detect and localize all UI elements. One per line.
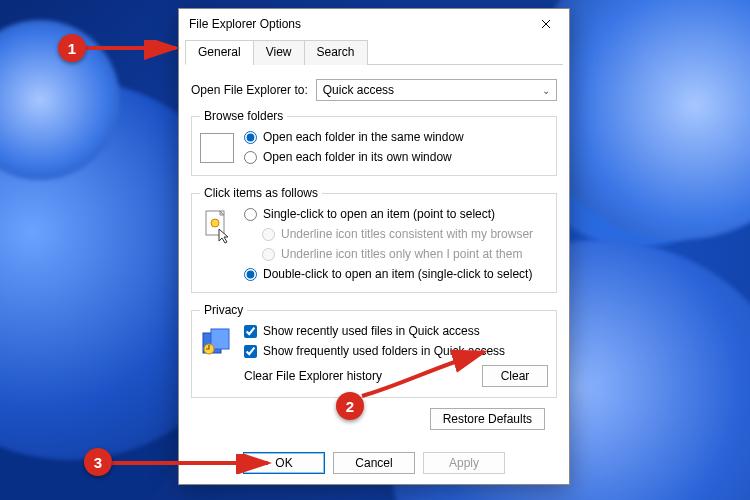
- desktop-background: File Explorer Options General View Searc…: [0, 0, 750, 500]
- tab-search[interactable]: Search: [304, 40, 368, 65]
- click-items-group: Click items as follows Single-: [191, 186, 557, 293]
- annotation-arrow-3: [112, 454, 278, 474]
- radio-single-click-input[interactable]: [244, 208, 257, 221]
- radio-own-window-input[interactable]: [244, 151, 257, 164]
- annotation-step-1: 1: [58, 34, 86, 62]
- radio-same-window-input[interactable]: [244, 131, 257, 144]
- open-file-explorer-to-combo[interactable]: Quick access ⌄: [316, 79, 557, 101]
- apply-button: Apply: [423, 452, 505, 474]
- radio-double-click-input[interactable]: [244, 268, 257, 281]
- close-icon: [541, 19, 551, 29]
- radio-underline-point-input: [262, 248, 275, 261]
- radio-underline-browser-input: [262, 228, 275, 241]
- chevron-down-icon: ⌄: [542, 85, 550, 96]
- tab-view[interactable]: View: [253, 40, 305, 65]
- combo-value: Quick access: [323, 83, 394, 97]
- annotation-arrow-1: [86, 40, 186, 62]
- tab-strip: General View Search: [185, 39, 563, 65]
- annotation-arrow-2: [358, 346, 498, 402]
- radio-same-window[interactable]: Open each folder in the same window: [244, 129, 464, 145]
- radio-own-window[interactable]: Open each folder in its own window: [244, 149, 464, 165]
- svg-point-1: [211, 219, 219, 227]
- file-explorer-options-dialog: File Explorer Options General View Searc…: [178, 8, 570, 485]
- titlebar: File Explorer Options: [179, 9, 569, 39]
- click-items-legend: Click items as follows: [200, 186, 322, 200]
- annotation-step-3: 3: [84, 448, 112, 476]
- browse-folders-legend: Browse folders: [200, 109, 287, 123]
- cancel-button[interactable]: Cancel: [333, 452, 415, 474]
- check-recent-files[interactable]: Show recently used files in Quick access: [244, 323, 505, 339]
- radio-double-click[interactable]: Double-click to open an item (single-cli…: [244, 266, 533, 282]
- restore-defaults-button[interactable]: Restore Defaults: [430, 408, 545, 430]
- radio-underline-point: Underline icon titles only when I point …: [262, 246, 533, 262]
- annotation-step-2: 2: [336, 392, 364, 420]
- check-recent-files-input[interactable]: [244, 325, 257, 338]
- radio-underline-browser: Underline icon titles consistent with my…: [262, 226, 533, 242]
- window-title: File Explorer Options: [189, 17, 529, 31]
- privacy-icon: [200, 325, 234, 359]
- svg-rect-3: [211, 329, 229, 349]
- check-frequent-folders-input[interactable]: [244, 345, 257, 358]
- close-button[interactable]: [529, 13, 563, 35]
- tab-general[interactable]: General: [185, 40, 254, 65]
- privacy-legend: Privacy: [200, 303, 247, 317]
- browse-folders-group: Browse folders Open each folder in the s…: [191, 109, 557, 176]
- click-items-icon: [200, 208, 234, 246]
- open-file-explorer-to-label: Open File Explorer to:: [191, 83, 308, 97]
- radio-single-click[interactable]: Single-click to open an item (point to s…: [244, 206, 533, 222]
- browse-folders-icon: [200, 133, 234, 163]
